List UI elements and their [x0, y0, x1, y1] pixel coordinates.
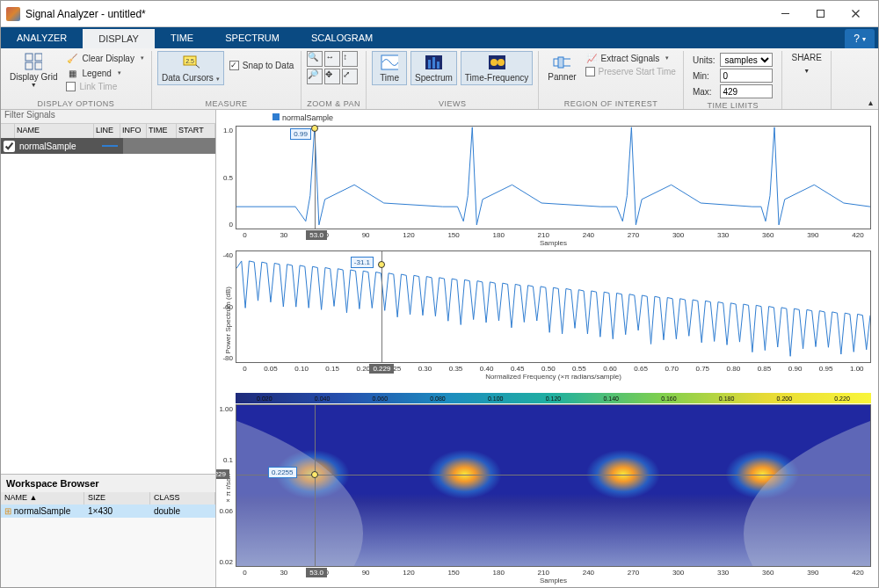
- svg-text:2.5: 2.5: [185, 58, 194, 64]
- clear-display-button[interactable]: 🧹Clear Display: [64, 51, 145, 65]
- workspace-browser: Workspace Browser NAME ▲ SIZE CLASS ⊞ no…: [1, 474, 215, 588]
- filter-signals-input[interactable]: Filter Signals: [1, 110, 215, 124]
- svg-rect-10: [432, 57, 435, 69]
- svg-point-13: [490, 59, 498, 66]
- scalogram-view-icon: [488, 54, 505, 71]
- tab-scalogram[interactable]: SCALOGRAM: [295, 27, 389, 48]
- svg-rect-2: [35, 54, 42, 61]
- main-tabs: ANALYZER DISPLAY TIME SPECTRUM SCALOGRAM…: [1, 27, 878, 48]
- panner-icon: [553, 53, 570, 70]
- clear-icon: 🧹: [66, 52, 78, 64]
- fit-icon[interactable]: ⤢: [342, 69, 358, 84]
- cursor-x-badge: 53.0: [306, 230, 327, 240]
- checkbox-icon: [585, 67, 595, 76]
- cursor-vline[interactable]: [315, 127, 316, 229]
- min-input[interactable]: [720, 69, 773, 83]
- cursor-point-icon[interactable]: [311, 471, 318, 478]
- signal-row[interactable]: normalSample: [1, 138, 215, 154]
- legend-button[interactable]: ▦Legend: [64, 66, 145, 80]
- cursor-x-badge: 53.0: [306, 568, 327, 577]
- group-zoom-pan: 🔍 ↔ ↕ 🔎 ✥ ⤢ ZOOM & PAN: [301, 51, 367, 109]
- window-title: Signal Analyzer - untitled*: [25, 8, 767, 20]
- max-input[interactable]: [720, 84, 773, 98]
- group-display-options: Display Grid ▼ 🧹Clear Display ▦Legend Li…: [1, 51, 152, 109]
- display-grid-button[interactable]: Display Grid ▼: [6, 51, 61, 90]
- group-title: DISPLAY OPTIONS: [6, 98, 146, 108]
- maximize-button[interactable]: [803, 2, 838, 26]
- units-select[interactable]: samples: [720, 53, 773, 67]
- cursor-vline[interactable]: [315, 405, 316, 566]
- legend-icon: ▦: [66, 67, 78, 79]
- zoom-y-icon[interactable]: ↕: [342, 51, 358, 67]
- cursor-y-badge: 0.99: [290, 128, 311, 140]
- time-plot[interactable]: 0.99 00.51.0 030609012015018021024027030…: [236, 126, 871, 229]
- dropdown-icon: ▼: [803, 68, 810, 74]
- spectrum-plot[interactable]: -31.1 -80-60-40 00.050.100.150.200.250.3…: [236, 250, 871, 363]
- signal-name: normalSample: [18, 142, 97, 151]
- sidebar: Filter Signals NAME LINE INFO TIME START…: [1, 110, 216, 588]
- cursor-point-icon[interactable]: [378, 261, 385, 268]
- svg-rect-1: [25, 54, 33, 61]
- workspace-row[interactable]: ⊞ normalSample 1×430 double: [1, 505, 215, 518]
- colorbar: 0.0200.0400.0600.0800.1000.1200.1400.160…: [236, 393, 871, 403]
- svg-rect-11: [437, 62, 440, 69]
- share-button[interactable]: SHARE▼: [788, 51, 825, 76]
- dropdown-icon: ▼: [31, 82, 37, 88]
- zoom-x-icon[interactable]: ↔: [324, 51, 340, 67]
- array-icon: ⊞: [4, 506, 11, 516]
- ribbon-collapse-icon[interactable]: ▴: [831, 51, 878, 109]
- cursor-icon: 2.5: [182, 54, 200, 71]
- group-time-limits: Units:samples Min: Max: TIME LIMITS: [684, 51, 783, 109]
- panner-button[interactable]: Panner: [544, 51, 579, 83]
- svg-point-14: [498, 59, 505, 66]
- tab-analyzer[interactable]: ANALYZER: [1, 27, 83, 48]
- ribbon: Display Grid ▼ 🧹Clear Display ▦Legend Li…: [1, 48, 878, 110]
- zoom-out-icon[interactable]: 🔎: [307, 69, 323, 84]
- minimize-button[interactable]: [767, 2, 803, 26]
- svg-rect-3: [25, 62, 33, 69]
- snap-to-data-checkbox[interactable]: ✓Snap to Data: [228, 60, 295, 71]
- pan-icon[interactable]: ✥: [324, 69, 340, 84]
- signal-table: NAME LINE INFO TIME START normalSample: [1, 124, 215, 474]
- link-time-button: Link Time: [64, 81, 145, 92]
- signal-checkbox[interactable]: [4, 141, 15, 152]
- svg-rect-16: [558, 57, 563, 68]
- view-spectrum-button[interactable]: Spectrum: [410, 51, 457, 85]
- close-button[interactable]: [838, 2, 873, 26]
- line-swatch-icon: [102, 145, 118, 147]
- app-icon: [6, 7, 20, 21]
- tab-spectrum[interactable]: SPECTRUM: [209, 27, 295, 48]
- svg-rect-0: [817, 11, 824, 18]
- cursor-value-badge: 0.2255: [268, 467, 296, 478]
- cursor-x-badge: 0.229: [369, 364, 394, 374]
- group-views: Time Spectrum Time-Frequency VIEWS: [367, 51, 539, 109]
- data-cursors-button[interactable]: 2.5 Data Cursors: [157, 51, 224, 85]
- plot-area: normalSample 0.99 00.51.0 03060901201501…: [216, 110, 878, 588]
- tab-display[interactable]: DISPLAY: [83, 27, 155, 48]
- group-roi: Panner 📈Extract Signals Preserve Start T…: [539, 51, 684, 109]
- svg-rect-4: [35, 62, 42, 69]
- cursor-hline[interactable]: [236, 475, 870, 475]
- extract-signals-button[interactable]: 📈Extract Signals: [584, 51, 678, 65]
- zoom-in-icon[interactable]: 🔍: [307, 51, 323, 67]
- checkbox-icon: ✓: [229, 61, 239, 70]
- plot-legend: normalSample: [220, 113, 871, 122]
- extract-icon: 📈: [585, 52, 598, 64]
- group-share: SHARE▼: [782, 51, 830, 109]
- tab-time[interactable]: TIME: [155, 27, 209, 48]
- display-grid-label: Display Grid: [10, 72, 57, 82]
- view-time-frequency-button[interactable]: Time-Frequency: [461, 51, 533, 85]
- scalogram-plot[interactable]: 0.229 0.2255 0.020.060.11.00 03060901201…: [236, 404, 871, 567]
- cursor-y-badge: -31.1: [351, 257, 374, 268]
- titlebar: Signal Analyzer - untitled*: [1, 1, 878, 27]
- svg-rect-9: [428, 60, 431, 69]
- time-view-icon: [381, 54, 398, 71]
- checkbox-icon: [66, 82, 76, 91]
- spectrum-view-icon: [425, 54, 442, 71]
- group-measure: 2.5 Data Cursors ✓Snap to Data MEASURE: [152, 51, 301, 109]
- cursor-point-icon[interactable]: [311, 125, 318, 132]
- preserve-start-time-checkbox: Preserve Start Time: [584, 66, 678, 77]
- help-button[interactable]: ?: [845, 29, 875, 48]
- view-time-button[interactable]: Time: [372, 51, 407, 85]
- grid-icon: [25, 53, 42, 70]
